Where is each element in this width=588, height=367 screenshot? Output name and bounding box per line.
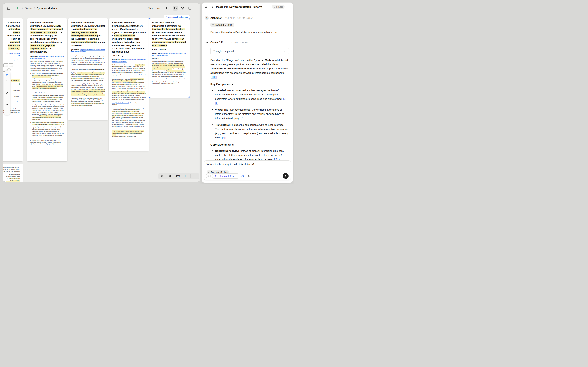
whiteboard-card[interactable]: In the View-Translator Information Ecosy… bbox=[109, 18, 149, 151]
text-run: Meanwhile, the translator can bbox=[115, 116, 134, 118]
text-run: level of confidence bbox=[51, 73, 63, 74]
text-run: The problem is addressed through bbox=[71, 68, 92, 70]
card-text-fragment: ce bbox=[3, 54, 20, 56]
thread-menu-button[interactable]: ••• bbox=[286, 4, 290, 9]
frame-tool-button[interactable] bbox=[4, 103, 9, 108]
text-run: me a text. bbox=[14, 101, 20, 103]
inline-link[interactable]: com.EpicurioCity.Restaurant bbox=[112, 82, 129, 83]
thought-completed-box[interactable]: Thought completed bbox=[210, 47, 289, 55]
card-text-fragment: formation Software bbox=[3, 52, 20, 54]
attach-button[interactable] bbox=[206, 174, 211, 178]
card-headline: In the View-Translator Information Ecosy… bbox=[71, 21, 105, 47]
inline-link[interactable]: CelluDroid.com bbox=[41, 109, 50, 111]
card-text-fragment: gives it to the map to display. bbox=[3, 170, 20, 172]
user-avatar: A bbox=[205, 16, 209, 20]
card-headline: In the View-Translator Information Ecosy… bbox=[112, 21, 146, 53]
whiteboard-map-icon[interactable] bbox=[15, 6, 20, 11]
more-tools-button[interactable] bbox=[4, 109, 9, 114]
zoom-level[interactable]: 46% bbox=[176, 175, 180, 177]
whiteboard-card[interactable]: In the View-Translator Information Ecosy… bbox=[27, 18, 67, 161]
citation-link[interactable]: [3] bbox=[277, 158, 280, 160]
toggle-label: Alan’s Thoughts bbox=[113, 55, 125, 57]
inline-link[interactable]: AgoraBiblia.com bbox=[73, 76, 83, 77]
more-options-button[interactable]: ••• bbox=[156, 6, 162, 11]
note-tool-button[interactable] bbox=[4, 78, 9, 83]
whiteboard-canvas[interactable]: g about ther Informationat the viewuser'… bbox=[3, 3, 200, 182]
back-button[interactable] bbox=[210, 5, 214, 9]
citation-link[interactable]: [2] bbox=[241, 117, 243, 120]
text-run: is something a topic?” bbox=[41, 70, 55, 71]
citation-link[interactable]: [2] bbox=[225, 136, 228, 139]
inline-link[interactable]: formation Software bbox=[7, 52, 20, 54]
citation-link[interactable]: [2] bbox=[214, 76, 217, 79]
text-run: Context-Sensitivity: bbox=[215, 149, 239, 152]
inline-link[interactable]: EpicurioCity.com bbox=[127, 84, 137, 85]
context-chip[interactable]: Dynamic Medium bbox=[210, 23, 234, 27]
text-run: user's bbox=[13, 31, 20, 34]
text-run: what bbox=[33, 63, 36, 64]
list-item: Views: The interface users see. Views "n… bbox=[215, 108, 289, 120]
section-heading: Core Mechanisms bbox=[210, 143, 289, 146]
send-button[interactable] bbox=[283, 173, 289, 179]
right-panel-toggle-button[interactable] bbox=[164, 6, 169, 11]
thoughts-toggle[interactable]: ▸Alan’s Thoughts bbox=[152, 49, 186, 50]
citation-link[interactable]: [1] bbox=[211, 76, 214, 79]
text-run: the process would bbox=[9, 178, 20, 179]
chat-settings-button[interactable] bbox=[246, 174, 251, 178]
inline-link[interactable]: ce bbox=[18, 55, 20, 56]
whiteboard-card[interactable]: In the View-Translator Information Ecosy… bbox=[149, 18, 190, 98]
scrollbar-thumb[interactable] bbox=[292, 13, 292, 113]
history-button[interactable] bbox=[240, 174, 245, 178]
share-button[interactable]: Share bbox=[148, 7, 154, 9]
chat-panel-button[interactable] bbox=[173, 6, 178, 11]
model-selector[interactable]: Gemini 3 Pro bbox=[212, 174, 239, 179]
card-headline: In the View-Translator Information Ecosy… bbox=[152, 21, 186, 47]
chevron-down-icon[interactable] bbox=[194, 6, 197, 11]
quote-prefix: Quoted from bbox=[71, 49, 80, 51]
connector-tool-button[interactable] bbox=[4, 90, 9, 95]
lock-icon bbox=[273, 6, 276, 8]
citation-link[interactable]: [5] bbox=[274, 158, 277, 160]
collapse-panel-button[interactable] bbox=[204, 4, 208, 9]
whiteboard-card[interactable]: g view requests topics with a “location”… bbox=[3, 164, 23, 182]
text-run: request, and the bbox=[10, 180, 20, 181]
text-run: n, bbox=[7, 178, 9, 179]
present-mode-button[interactable] bbox=[168, 175, 171, 178]
card-quote-source: Quoted from Magic Ink: Information Softw… bbox=[30, 55, 64, 59]
zoom-out-button[interactable]: − bbox=[195, 174, 197, 178]
layers-button[interactable] bbox=[180, 6, 185, 11]
card-quote-source: Quoted from Magic Ink: Information Softw… bbox=[152, 52, 186, 56]
text-run: mple might bbox=[13, 89, 20, 91]
tool-palette bbox=[4, 71, 10, 115]
citation-link[interactable]: [2] bbox=[215, 102, 218, 105]
canvas-settings-button[interactable] bbox=[161, 175, 164, 178]
chip-row: Dynamic Medium bbox=[210, 23, 289, 27]
import-tool-button[interactable] bbox=[4, 84, 9, 89]
composer-input[interactable]: What's the best way to build this platfo… bbox=[207, 163, 288, 166]
inline-link[interactable]: AgoraBiblia.com bbox=[90, 60, 100, 61]
text-run: right now bbox=[47, 75, 53, 76]
card-text-fragment: ze the process as bbox=[3, 174, 20, 176]
citation-link[interactable]: [4] bbox=[222, 136, 225, 139]
text-run: gives it to the map to display. bbox=[3, 170, 20, 172]
text-run: An email that I’m reading bbox=[32, 75, 47, 76]
zoom-in-button[interactable]: + bbox=[184, 174, 186, 178]
inline-link[interactable]: com.EpicurioCity.Restaurant bbox=[112, 102, 129, 104]
text-run: .* bbox=[63, 73, 64, 74]
select-tool-button[interactable] bbox=[4, 72, 9, 77]
text-run: (and presumably some other standard prop… bbox=[112, 95, 146, 102]
appears-in-whiteboards-badge[interactable]: Appears in 2 whiteboards bbox=[164, 15, 190, 19]
list-item: Translators: Engineering components with… bbox=[215, 123, 289, 140]
sidebar-toggle-button[interactable] bbox=[6, 6, 11, 11]
calendar-button[interactable] bbox=[187, 6, 192, 11]
chat-composer[interactable]: What's the best way to build this platfo… bbox=[204, 160, 291, 180]
inline-link[interactable]: com.EpicurioCity.Restaurant bbox=[112, 113, 129, 114]
breadcrumb-topics[interactable]: Topics bbox=[25, 7, 32, 9]
whiteboard-card[interactable]: In the View-Translator Information Ecosy… bbox=[68, 18, 108, 120]
citation-link[interactable]: [3] bbox=[283, 97, 286, 100]
text-tool-button[interactable] bbox=[4, 97, 9, 102]
card-text-fragment: n, the process would bbox=[3, 178, 20, 179]
thoughts-toggle[interactable]: ▸Alan’s Thoughts bbox=[112, 55, 146, 57]
gemini-sparkle-icon bbox=[205, 40, 209, 44]
inline-link[interactable]: CuisineCousins.com bbox=[126, 107, 138, 109]
